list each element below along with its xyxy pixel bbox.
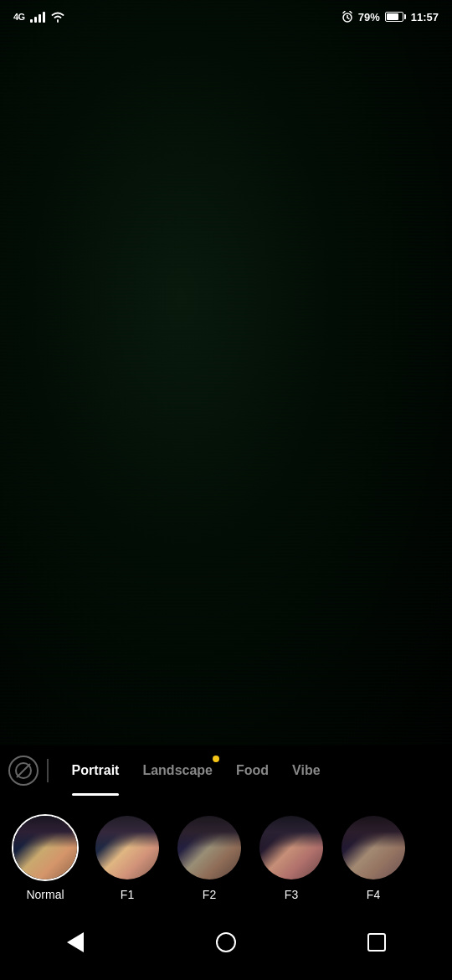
svg-line-3 — [343, 12, 345, 13]
tab-landscape-label: Landscape — [142, 763, 213, 778]
home-icon — [216, 932, 236, 952]
filter-normal[interactable]: Normal — [12, 814, 79, 901]
filter-f3-thumb — [258, 814, 325, 881]
filter-f2[interactable]: F2 — [176, 814, 243, 901]
time-display: 11:57 — [411, 11, 439, 23]
back-icon — [67, 932, 84, 952]
filter-normal-label: Normal — [26, 888, 64, 901]
tab-landscape[interactable]: Landscape — [131, 745, 224, 796]
network-label: 4G — [13, 12, 25, 22]
filter-f2-label: F2 — [203, 888, 216, 901]
nav-back-button[interactable] — [54, 921, 96, 963]
no-filter-button[interactable] — [8, 756, 39, 786]
status-right: 79% 11:57 — [342, 11, 439, 23]
camera-viewfinder[interactable] — [0, 0, 452, 745]
tab-divider — [47, 759, 49, 782]
filter-f4[interactable]: F4 — [340, 814, 407, 901]
bottom-panel: Portrait Landscape Food Vibe Normal — [0, 745, 452, 980]
status-left: 4G — [13, 11, 65, 23]
nav-home-button[interactable] — [205, 921, 247, 963]
signal-icon — [30, 11, 45, 23]
tab-food-label: Food — [236, 763, 269, 778]
filter-f1[interactable]: F1 — [94, 814, 161, 901]
svg-line-2 — [347, 18, 349, 19]
filter-f2-thumb — [176, 814, 243, 881]
filter-f4-thumb — [340, 814, 407, 881]
filter-f4-label: F4 — [367, 888, 380, 901]
filter-f3-label: F3 — [285, 888, 298, 901]
filter-tabs: Portrait Landscape Food Vibe — [0, 745, 452, 796]
wifi-icon — [50, 11, 65, 23]
filter-normal-thumb — [12, 814, 79, 881]
alarm-icon — [342, 11, 353, 23]
status-bar: 4G 79% 11:57 — [0, 0, 452, 34]
landscape-dot — [213, 756, 219, 762]
battery-percent: 79% — [358, 11, 380, 23]
tab-portrait[interactable]: Portrait — [60, 745, 131, 796]
filter-thumbnails: Normal F1 F2 F3 F4 — [0, 796, 452, 913]
filter-f3[interactable]: F3 — [258, 814, 325, 901]
svg-line-4 — [350, 12, 352, 13]
no-filter-icon — [14, 761, 33, 780]
tab-food[interactable]: Food — [224, 745, 280, 796]
tab-portrait-label: Portrait — [72, 763, 120, 778]
filter-f1-thumb — [94, 814, 161, 881]
svg-line-6 — [18, 765, 30, 777]
nav-bar — [0, 913, 452, 980]
recent-icon — [367, 933, 386, 952]
nav-recent-button[interactable] — [356, 921, 398, 963]
tab-vibe[interactable]: Vibe — [280, 745, 332, 796]
battery-icon — [385, 12, 406, 22]
tab-vibe-label: Vibe — [292, 763, 321, 778]
filter-f1-label: F1 — [121, 888, 134, 901]
